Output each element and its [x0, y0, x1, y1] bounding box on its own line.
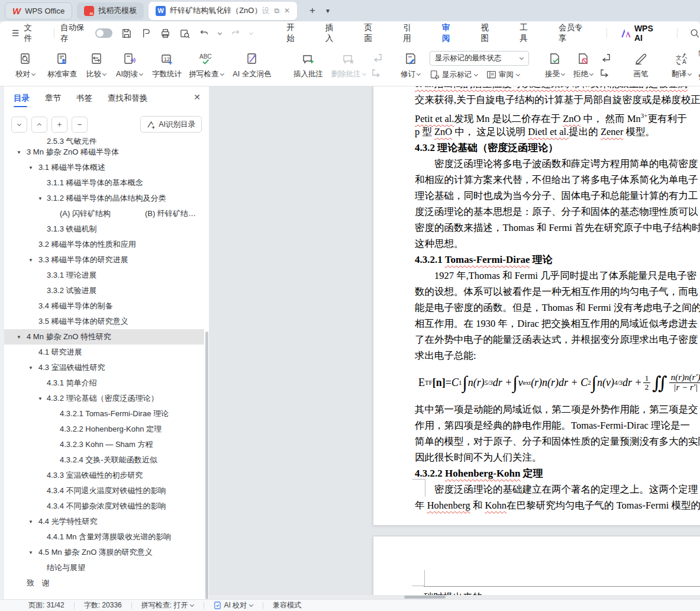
track-changes-button[interactable]: 修订	[396, 51, 425, 81]
close-tab-icon[interactable]: ✕	[284, 7, 290, 15]
toc-collapse-arrow-icon[interactable]: ▼	[37, 396, 43, 401]
scrollbar-thumb[interactable]	[205, 332, 208, 599]
toc-item[interactable]: ▼3.1.2 稀磁半导体的晶体结构及分类	[4, 191, 204, 206]
toc-item[interactable]: ▼3.3 稀磁半导体的研究进展	[4, 252, 204, 268]
toc-item[interactable]: 4.4.1 Mn 含量对薄膜吸收光谱的影响	[4, 529, 204, 545]
ai-proof-status[interactable]: AI 校对	[214, 600, 253, 610]
menu-view[interactable]: 视图	[469, 17, 508, 49]
toc-collapse-arrow-icon[interactable]: ▼	[37, 196, 43, 201]
compare-button[interactable]: 比较	[82, 51, 111, 81]
proofing-button[interactable]: 校对	[8, 51, 43, 81]
file-menu[interactable]: 文件	[24, 22, 40, 44]
toc-item[interactable]: 4.3.4 不同掺杂浓度对铁磁性的影响	[4, 499, 204, 514]
tab-bookmark[interactable]: 书签	[76, 87, 92, 110]
toc-item[interactable]: 3.2 稀磁半导体的性质和应用	[4, 237, 204, 252]
next-change-button[interactable]	[599, 69, 612, 78]
toc-item[interactable]: 致 谢	[4, 575, 204, 591]
menu-cite[interactable]: 引用	[391, 17, 430, 49]
toc-collapse-arrow-icon[interactable]: ▼	[16, 150, 22, 155]
search-icon[interactable]	[689, 28, 700, 38]
ink-pen-button[interactable]: 画笔	[625, 51, 657, 81]
menu-page[interactable]: 页面	[353, 17, 392, 49]
tab-chapter[interactable]: 章节	[45, 87, 61, 110]
word-count-indicator[interactable]: 字数: 20336	[84, 600, 122, 610]
undo-icon[interactable]	[199, 28, 209, 38]
menu-tools[interactable]: 工具	[508, 17, 547, 49]
toc-item[interactable]: 3.5 稀磁半导体的研究意义	[4, 314, 204, 329]
toc-item[interactable]: 4.3.3 室温铁磁性的初步研究	[4, 468, 204, 483]
toc-item[interactable]: ▼4.5 Mn 掺杂 ZnO 薄膜的研究意义	[4, 545, 204, 560]
toc-item[interactable]: 3.1.1 稀磁半导体的基本概念	[4, 175, 204, 191]
review-pane-button[interactable]: 审阅	[486, 70, 520, 80]
toc-item[interactable]: ▼4.4 光学特性研究	[4, 514, 204, 529]
collapse-prev-button[interactable]	[31, 117, 47, 133]
toc-item[interactable]: 2.5.3 气敏元件	[4, 137, 204, 144]
toc-item[interactable]: ▼4.3 室温铁磁性研究	[4, 360, 204, 375]
toc-item[interactable]: 3.3.1 理论进展	[4, 268, 204, 283]
ai-polish-button[interactable]: AI 全文润色	[227, 51, 277, 81]
toc-item[interactable]: ▼3 Mn 掺杂 ZnO 稀磁半导体	[4, 144, 204, 160]
ai-read-button[interactable]: AI朗读	[111, 51, 148, 81]
toc-collapse-arrow-icon[interactable]: ▼	[16, 335, 22, 340]
menu-insert[interactable]: 插入	[314, 17, 353, 49]
new-tab-button[interactable]: +	[305, 5, 320, 17]
insert-comment-button[interactable]: 插入批注	[289, 51, 328, 81]
toc-item[interactable]: 4.3.2.4 交换-关联能函数近似	[4, 452, 204, 468]
toc-item[interactable]: 4.3.2.2 Hohenberg-Kohn 定理	[4, 422, 204, 437]
markup-state-select[interactable]: 显示标记的最终状态	[430, 51, 529, 66]
menu-start[interactable]: 开始	[275, 17, 314, 49]
menu-member[interactable]: 会员专享	[547, 17, 601, 49]
redo-icon[interactable]	[230, 28, 241, 38]
toc-collapse-arrow-icon[interactable]: ▼	[28, 519, 34, 525]
next-comment-button[interactable]	[370, 69, 383, 78]
wps-ai-button[interactable]: WPS AI	[613, 24, 671, 43]
standard-review-button[interactable]: 标准审查	[43, 51, 82, 81]
compat-mode-indicator[interactable]: 兼容模式	[273, 600, 301, 610]
tab-wps-office[interactable]: W WPS Office	[5, 2, 72, 20]
close-sidebar-icon[interactable]: ✕	[193, 92, 201, 102]
horizontal-scrollbar[interactable]	[209, 595, 700, 599]
toc-item[interactable]: 4.1 研究进展	[4, 345, 204, 360]
spellcheck-status[interactable]: 拼写检查: 打开	[141, 600, 195, 610]
tab-docer-templates[interactable]: AI 找稻壳模板	[77, 2, 144, 20]
tab-list-caret-icon[interactable]: ▼	[322, 8, 334, 14]
toc-item[interactable]: ▼4.3.2 理论基础（密度泛函理论）	[4, 391, 204, 406]
expand-next-button[interactable]	[11, 117, 27, 133]
toc-collapse-arrow-icon[interactable]: ▼	[28, 550, 34, 555]
autosave-toggle[interactable]	[95, 28, 112, 38]
delete-comment-button[interactable]: 删除批注	[328, 51, 369, 81]
print-preview-icon[interactable]	[179, 28, 191, 39]
spell-check-button[interactable]: ABC 拼写检查	[186, 51, 227, 81]
save-icon[interactable]	[121, 28, 132, 39]
toc-collapse-arrow-icon[interactable]: ▼	[28, 258, 34, 263]
toc-item[interactable]: 3.3.2 试验进展	[4, 283, 204, 298]
ai-recognize-toc-button[interactable]: AI识别目录	[140, 116, 202, 133]
toc-item[interactable]: ▼3.1 稀磁半导体概述	[4, 160, 204, 175]
sidebar-scrollbar[interactable]	[205, 86, 209, 599]
toc-item[interactable]: (A) 闪锌矿结构(B) 纤锌矿结…	[4, 206, 204, 221]
word-count-button[interactable]: 12 字数统计	[148, 51, 186, 81]
menu-review[interactable]: 审阅	[430, 17, 469, 49]
collapse-all-button[interactable]: −	[72, 117, 88, 133]
previous-comment-button[interactable]	[370, 53, 383, 63]
previous-change-button[interactable]	[599, 53, 612, 63]
toc-collapse-arrow-icon[interactable]: ▼	[28, 365, 34, 371]
print-icon[interactable]	[160, 28, 171, 39]
output-pdf-icon[interactable]	[140, 28, 151, 39]
toc-item[interactable]: 4.3.1 简单介绍	[4, 375, 204, 391]
hamburger-menu-icon[interactable]: ☰	[12, 28, 20, 38]
toc-item[interactable]: 3.4 稀磁半导体的制备	[4, 298, 204, 314]
undo-caret-icon[interactable]	[218, 31, 222, 36]
accept-button[interactable]: 接受	[541, 51, 569, 81]
reject-button[interactable]: 拒绝	[569, 51, 598, 81]
toc-item[interactable]: 4.3.2.1 Tomas-Fermi-Dirae 理论	[4, 406, 204, 422]
window-split-icon[interactable]: ⧉	[274, 7, 279, 15]
toc-item[interactable]: 结论与展望	[4, 560, 204, 575]
expand-all-button[interactable]: ＋	[51, 117, 67, 133]
toc-item[interactable]: 4.3.2.3 Kohn — Sham 方程	[4, 437, 204, 452]
tab-find-replace[interactable]: 查找和替换	[108, 87, 148, 110]
tab-toc[interactable]: 目录	[14, 87, 30, 110]
document-page-32[interactable]: 础时提出来的	[373, 536, 700, 599]
document-page-31[interactable]: et al.指出高的居里温度可以通过束缚布和费米能级上的这被金属 交来获得,关于…	[373, 86, 700, 526]
show-markup-button[interactable]: 显示标记	[430, 70, 478, 80]
